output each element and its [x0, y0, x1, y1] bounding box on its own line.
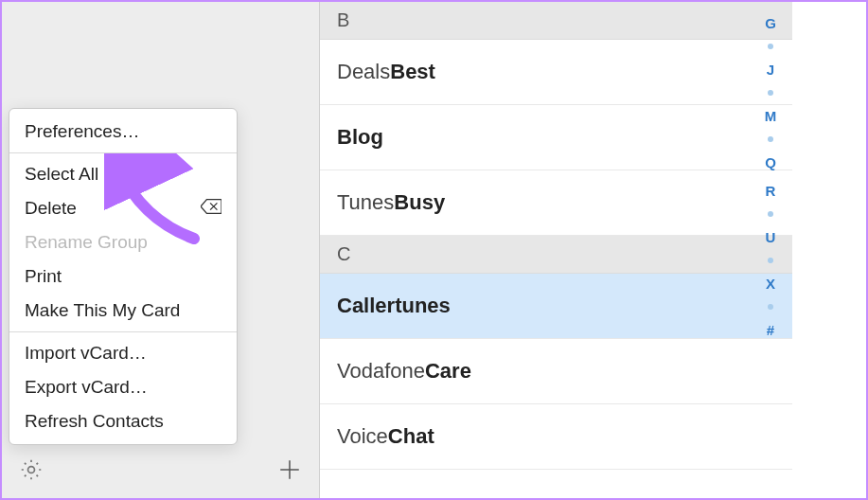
- gear-icon[interactable]: [19, 457, 44, 486]
- menu-export-vcard[interactable]: Export vCard…: [9, 370, 237, 404]
- sidebar: Preferences… Select All Delete Rename Gr…: [2, 2, 319, 498]
- contact-row[interactable]: Tunes Busy: [320, 170, 792, 236]
- menu-refresh-contacts[interactable]: Refresh Contacts: [9, 404, 237, 438]
- menu-item-label: Rename Group: [25, 232, 148, 253]
- settings-popup-menu: Preferences… Select All Delete Rename Gr…: [9, 108, 238, 445]
- menu-item-label: Print: [25, 266, 62, 287]
- contact-last: Best: [390, 60, 435, 84]
- index-dot: [768, 136, 773, 142]
- contact-first: Voice: [337, 424, 388, 449]
- contact-last: Care: [425, 359, 471, 384]
- index-dot: [768, 258, 773, 263]
- index-letter[interactable]: R: [766, 183, 776, 199]
- menu-separator: [9, 152, 237, 153]
- index-letter[interactable]: #: [767, 322, 774, 338]
- menu-item-label: Import vCard…: [25, 343, 147, 364]
- index-dot: [768, 211, 773, 217]
- section-label: B: [337, 9, 349, 30]
- index-dot: [768, 304, 773, 310]
- menu-item-label: Make This My Card: [25, 300, 180, 321]
- menu-delete[interactable]: Delete: [9, 191, 237, 225]
- menu-make-my-card[interactable]: Make This My Card: [9, 294, 237, 328]
- menu-item-label: Refresh Contacts: [25, 411, 164, 432]
- contact-first: Vodafone: [337, 359, 425, 384]
- index-letter[interactable]: Q: [765, 154, 776, 170]
- section-header-b: B: [320, 2, 792, 40]
- sidebar-toolbar: [2, 445, 319, 498]
- index-letter[interactable]: G: [765, 15, 776, 31]
- index-letter[interactable]: M: [765, 108, 777, 124]
- index-letter[interactable]: J: [767, 62, 774, 78]
- menu-item-label: Delete: [25, 198, 77, 219]
- index-dot: [768, 90, 773, 96]
- app-root: Preferences… Select All Delete Rename Gr…: [2, 2, 866, 498]
- index-letter[interactable]: X: [766, 276, 775, 292]
- menu-separator: [9, 331, 237, 332]
- svg-point-2: [28, 467, 35, 473]
- contact-row[interactable]: Deals Best: [320, 40, 792, 105]
- menu-rename-group: Rename Group: [9, 225, 237, 259]
- alphabet-index[interactable]: G J M Q R U X #: [758, 2, 783, 338]
- contact-name: Callertunes: [337, 294, 451, 318]
- contact-first: Tunes: [337, 190, 394, 215]
- index-dot: [768, 44, 773, 49]
- menu-select-all[interactable]: Select All: [9, 157, 237, 191]
- contacts-list: B Deals Best Blog Tunes Busy C Callertun…: [319, 2, 792, 498]
- menu-preferences[interactable]: Preferences…: [9, 115, 237, 149]
- detail-pane-empty: [792, 2, 866, 498]
- contact-last: Chat: [388, 424, 434, 449]
- menu-print[interactable]: Print: [9, 259, 237, 294]
- contact-first: Deals: [337, 60, 390, 84]
- section-label: C: [337, 243, 350, 264]
- menu-import-vcard[interactable]: Import vCard…: [9, 336, 237, 370]
- contact-row[interactable]: Vodafone Care: [320, 339, 792, 404]
- contact-row-selected[interactable]: Callertunes: [320, 274, 792, 339]
- plus-icon[interactable]: [277, 457, 302, 486]
- index-letter[interactable]: U: [766, 229, 776, 245]
- contact-last: Busy: [394, 190, 445, 215]
- contact-row[interactable]: Blog: [320, 105, 792, 170]
- menu-item-label: Export vCard…: [25, 377, 148, 398]
- section-header-c: C: [320, 236, 792, 274]
- contact-name: Blog: [337, 125, 383, 150]
- menu-item-label: Select All: [25, 164, 98, 185]
- delete-backspace-icon: [201, 198, 221, 219]
- contact-row[interactable]: Voice Chat: [320, 404, 792, 470]
- menu-item-label: Preferences…: [25, 121, 139, 142]
